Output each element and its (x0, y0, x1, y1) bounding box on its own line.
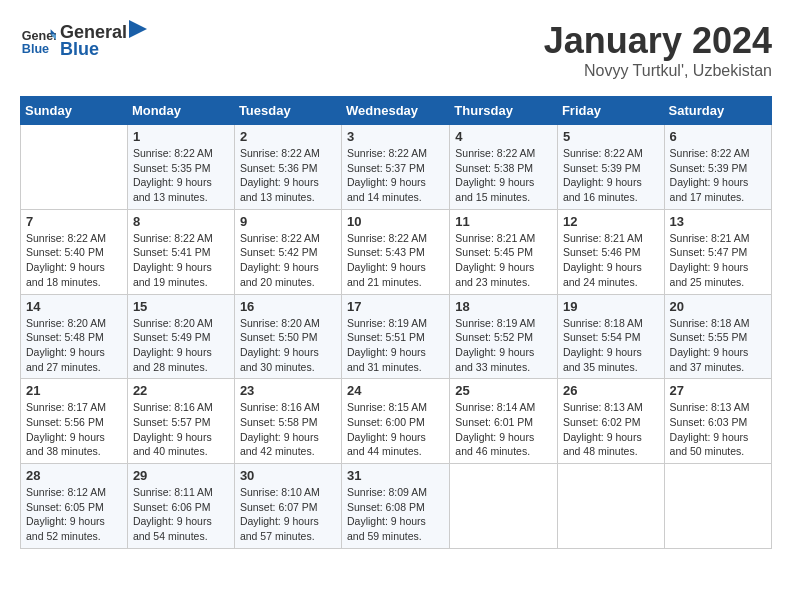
day-detail: Sunrise: 8:18 AM Sunset: 5:54 PM Dayligh… (563, 316, 659, 375)
day-number: 4 (455, 129, 552, 144)
day-detail: Sunrise: 8:13 AM Sunset: 6:03 PM Dayligh… (670, 400, 766, 459)
day-detail: Sunrise: 8:21 AM Sunset: 5:47 PM Dayligh… (670, 231, 766, 290)
day-cell: 25Sunrise: 8:14 AM Sunset: 6:01 PM Dayli… (450, 379, 558, 464)
page-header: General Blue General Blue January 2024 N… (20, 20, 772, 80)
day-number: 25 (455, 383, 552, 398)
day-number: 1 (133, 129, 229, 144)
day-cell: 13Sunrise: 8:21 AM Sunset: 5:47 PM Dayli… (664, 209, 771, 294)
svg-text:Blue: Blue (22, 42, 49, 56)
day-detail: Sunrise: 8:22 AM Sunset: 5:41 PM Dayligh… (133, 231, 229, 290)
week-row-4: 21Sunrise: 8:17 AM Sunset: 5:56 PM Dayli… (21, 379, 772, 464)
day-cell (664, 464, 771, 549)
calendar-subtitle: Novyy Turtkul', Uzbekistan (544, 62, 772, 80)
day-number: 24 (347, 383, 444, 398)
day-detail: Sunrise: 8:22 AM Sunset: 5:43 PM Dayligh… (347, 231, 444, 290)
day-number: 26 (563, 383, 659, 398)
day-number: 27 (670, 383, 766, 398)
day-number: 8 (133, 214, 229, 229)
header-thursday: Thursday (450, 97, 558, 125)
day-cell: 22Sunrise: 8:16 AM Sunset: 5:57 PM Dayli… (127, 379, 234, 464)
day-number: 9 (240, 214, 336, 229)
day-detail: Sunrise: 8:17 AM Sunset: 5:56 PM Dayligh… (26, 400, 122, 459)
day-number: 15 (133, 299, 229, 314)
days-header-row: SundayMondayTuesdayWednesdayThursdayFrid… (21, 97, 772, 125)
day-cell: 6Sunrise: 8:22 AM Sunset: 5:39 PM Daylig… (664, 125, 771, 210)
day-detail: Sunrise: 8:13 AM Sunset: 6:02 PM Dayligh… (563, 400, 659, 459)
header-tuesday: Tuesday (234, 97, 341, 125)
day-cell (450, 464, 558, 549)
day-cell: 27Sunrise: 8:13 AM Sunset: 6:03 PM Dayli… (664, 379, 771, 464)
day-cell: 17Sunrise: 8:19 AM Sunset: 5:51 PM Dayli… (342, 294, 450, 379)
header-saturday: Saturday (664, 97, 771, 125)
day-cell: 15Sunrise: 8:20 AM Sunset: 5:49 PM Dayli… (127, 294, 234, 379)
header-friday: Friday (557, 97, 664, 125)
logo-arrow-icon (129, 20, 147, 38)
day-detail: Sunrise: 8:22 AM Sunset: 5:38 PM Dayligh… (455, 146, 552, 205)
day-number: 2 (240, 129, 336, 144)
day-detail: Sunrise: 8:11 AM Sunset: 6:06 PM Dayligh… (133, 485, 229, 544)
day-cell: 5Sunrise: 8:22 AM Sunset: 5:39 PM Daylig… (557, 125, 664, 210)
day-cell: 16Sunrise: 8:20 AM Sunset: 5:50 PM Dayli… (234, 294, 341, 379)
day-detail: Sunrise: 8:19 AM Sunset: 5:51 PM Dayligh… (347, 316, 444, 375)
calendar-title: January 2024 (544, 20, 772, 62)
day-number: 18 (455, 299, 552, 314)
day-cell: 23Sunrise: 8:16 AM Sunset: 5:58 PM Dayli… (234, 379, 341, 464)
day-number: 31 (347, 468, 444, 483)
day-number: 10 (347, 214, 444, 229)
day-number: 11 (455, 214, 552, 229)
week-row-1: 1Sunrise: 8:22 AM Sunset: 5:35 PM Daylig… (21, 125, 772, 210)
day-detail: Sunrise: 8:21 AM Sunset: 5:46 PM Dayligh… (563, 231, 659, 290)
logo: General Blue General Blue (20, 20, 147, 60)
calendar-table: SundayMondayTuesdayWednesdayThursdayFrid… (20, 96, 772, 549)
day-detail: Sunrise: 8:15 AM Sunset: 6:00 PM Dayligh… (347, 400, 444, 459)
day-detail: Sunrise: 8:16 AM Sunset: 5:58 PM Dayligh… (240, 400, 336, 459)
svg-marker-4 (129, 20, 147, 38)
header-monday: Monday (127, 97, 234, 125)
day-cell: 30Sunrise: 8:10 AM Sunset: 6:07 PM Dayli… (234, 464, 341, 549)
title-area: January 2024 Novyy Turtkul', Uzbekistan (544, 20, 772, 80)
week-row-5: 28Sunrise: 8:12 AM Sunset: 6:05 PM Dayli… (21, 464, 772, 549)
day-cell: 2Sunrise: 8:22 AM Sunset: 5:36 PM Daylig… (234, 125, 341, 210)
day-cell: 7Sunrise: 8:22 AM Sunset: 5:40 PM Daylig… (21, 209, 128, 294)
day-number: 12 (563, 214, 659, 229)
day-cell: 26Sunrise: 8:13 AM Sunset: 6:02 PM Dayli… (557, 379, 664, 464)
day-cell: 9Sunrise: 8:22 AM Sunset: 5:42 PM Daylig… (234, 209, 341, 294)
day-number: 21 (26, 383, 122, 398)
day-number: 6 (670, 129, 766, 144)
day-detail: Sunrise: 8:20 AM Sunset: 5:50 PM Dayligh… (240, 316, 336, 375)
day-detail: Sunrise: 8:19 AM Sunset: 5:52 PM Dayligh… (455, 316, 552, 375)
day-cell: 24Sunrise: 8:15 AM Sunset: 6:00 PM Dayli… (342, 379, 450, 464)
day-detail: Sunrise: 8:20 AM Sunset: 5:49 PM Dayligh… (133, 316, 229, 375)
day-cell (557, 464, 664, 549)
day-cell: 12Sunrise: 8:21 AM Sunset: 5:46 PM Dayli… (557, 209, 664, 294)
day-detail: Sunrise: 8:22 AM Sunset: 5:37 PM Dayligh… (347, 146, 444, 205)
day-number: 16 (240, 299, 336, 314)
week-row-2: 7Sunrise: 8:22 AM Sunset: 5:40 PM Daylig… (21, 209, 772, 294)
day-number: 20 (670, 299, 766, 314)
day-cell: 19Sunrise: 8:18 AM Sunset: 5:54 PM Dayli… (557, 294, 664, 379)
day-cell: 3Sunrise: 8:22 AM Sunset: 5:37 PM Daylig… (342, 125, 450, 210)
day-number: 23 (240, 383, 336, 398)
day-cell: 28Sunrise: 8:12 AM Sunset: 6:05 PM Dayli… (21, 464, 128, 549)
day-number: 3 (347, 129, 444, 144)
day-detail: Sunrise: 8:12 AM Sunset: 6:05 PM Dayligh… (26, 485, 122, 544)
day-detail: Sunrise: 8:21 AM Sunset: 5:45 PM Dayligh… (455, 231, 552, 290)
day-number: 19 (563, 299, 659, 314)
day-number: 17 (347, 299, 444, 314)
day-cell: 1Sunrise: 8:22 AM Sunset: 5:35 PM Daylig… (127, 125, 234, 210)
day-detail: Sunrise: 8:22 AM Sunset: 5:39 PM Dayligh… (670, 146, 766, 205)
day-number: 30 (240, 468, 336, 483)
day-cell: 8Sunrise: 8:22 AM Sunset: 5:41 PM Daylig… (127, 209, 234, 294)
day-cell: 11Sunrise: 8:21 AM Sunset: 5:45 PM Dayli… (450, 209, 558, 294)
day-number: 13 (670, 214, 766, 229)
day-cell: 10Sunrise: 8:22 AM Sunset: 5:43 PM Dayli… (342, 209, 450, 294)
week-row-3: 14Sunrise: 8:20 AM Sunset: 5:48 PM Dayli… (21, 294, 772, 379)
header-sunday: Sunday (21, 97, 128, 125)
day-cell: 14Sunrise: 8:20 AM Sunset: 5:48 PM Dayli… (21, 294, 128, 379)
day-cell: 4Sunrise: 8:22 AM Sunset: 5:38 PM Daylig… (450, 125, 558, 210)
day-detail: Sunrise: 8:14 AM Sunset: 6:01 PM Dayligh… (455, 400, 552, 459)
day-detail: Sunrise: 8:18 AM Sunset: 5:55 PM Dayligh… (670, 316, 766, 375)
day-detail: Sunrise: 8:10 AM Sunset: 6:07 PM Dayligh… (240, 485, 336, 544)
day-cell: 18Sunrise: 8:19 AM Sunset: 5:52 PM Dayli… (450, 294, 558, 379)
day-detail: Sunrise: 8:22 AM Sunset: 5:39 PM Dayligh… (563, 146, 659, 205)
